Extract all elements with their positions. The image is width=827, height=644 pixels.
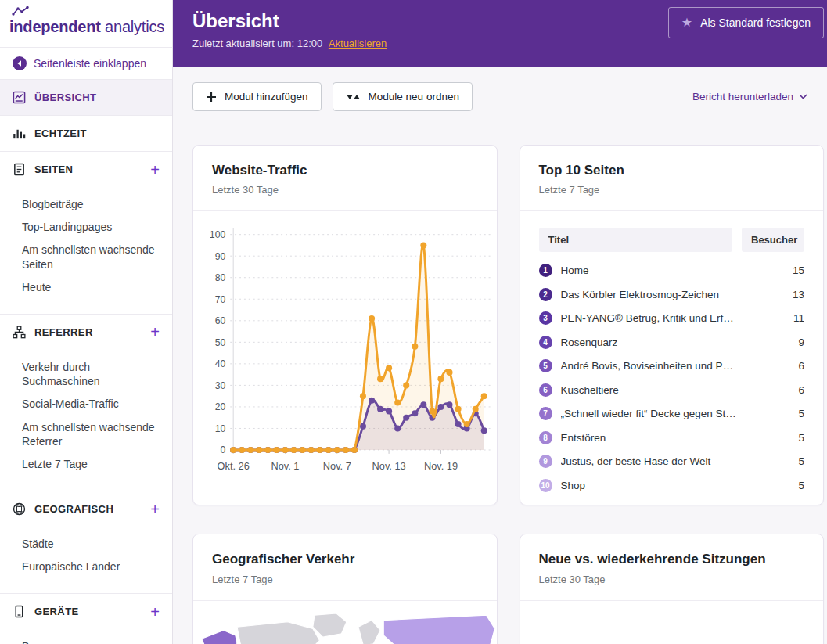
sidebar-subitem[interactable]: Am schnellsten wachsende Seiten [22, 243, 160, 271]
column-header-visitors[interactable]: Besucher [742, 228, 804, 252]
sidebar-item-label: ECHTZEIT [34, 128, 87, 139]
sidebar-item-geografisch[interactable]: GEOGRAFISCH+ [0, 491, 172, 527]
sidebar-item-geraete[interactable]: GERÄTE+ [0, 594, 172, 629]
add-referrer-button[interactable]: + [150, 326, 160, 337]
modules-grid: Website-Traffic Letzte 30 Tage 010203040… [192, 145, 824, 644]
logo-text: independent analytics [9, 18, 164, 36]
module-subtitle: Letzte 7 Tage [212, 574, 478, 585]
module-website-traffic: Website-Traffic Letzte 30 Tage 010203040… [192, 145, 498, 505]
sidebar-item-label: ÜBERSICHT [34, 92, 96, 103]
sidebar-subitem[interactable]: Blogbeiträge [22, 197, 160, 211]
page-title-cell: Entstören [561, 432, 756, 444]
add-geraete-button[interactable]: + [150, 606, 160, 617]
svg-text:Okt. 26: Okt. 26 [218, 460, 250, 472]
world-map-chart [193, 613, 497, 644]
add-geografisch-button[interactable]: + [150, 504, 160, 515]
table-row[interactable]: 1Home15 [539, 258, 805, 282]
sidebar-subitem[interactable]: Verkehr durch Suchmaschinen [22, 360, 160, 388]
rank-badge: 4 [539, 336, 552, 349]
sidebar-item-label: REFERRER [34, 326, 93, 338]
svg-text:Nov. 1: Nov. 1 [271, 460, 299, 472]
sidebar-subitem[interactable]: Letzte 7 Tage [22, 457, 160, 471]
table-row[interactable]: 2Das Körbler Elektrosmog-Zeichen13 [539, 282, 805, 307]
sidebar-item-label: GEOGRAFISCH [34, 503, 113, 515]
sidebar: independent analytics Seitenleiste einkl… [0, 0, 173, 644]
download-report-link[interactable]: Bericht herunterladen [692, 91, 807, 103]
sidebar-item-echtzeit[interactable]: ECHTZEIT [0, 116, 172, 151]
sidebar-item-referrer[interactable]: REFERRER+ [0, 315, 172, 350]
page-title-cell: PEN-YANG® Betrug, Kritik und Erf… [561, 312, 756, 324]
sidebar-subitem[interactable]: Heute [22, 280, 160, 294]
traffic-line-chart: 0102030405060708090100Okt. 26Nov. 1Nov. … [195, 219, 495, 490]
chevron-left-circle-icon [13, 56, 27, 70]
table-row[interactable]: 10Shop5 [539, 473, 805, 498]
column-header-title[interactable]: Titel [539, 228, 733, 252]
visitors-cell: 5 [764, 480, 804, 491]
sidebar-subitems: Verkehr durch SuchmaschinenSocial-Media-… [0, 350, 172, 491]
table-row[interactable]: 9Justus, der beste Hase der Welt5 [539, 449, 805, 473]
add-seiten-button[interactable]: + [150, 164, 160, 175]
sidebar-item-seiten[interactable]: SEITEN+ [0, 152, 172, 187]
sidebar-section-seiten: SEITEN+BlogbeiträgeTop-LandingpagesAm sc… [0, 151, 172, 314]
table-row[interactable]: 6Kuscheltiere6 [539, 378, 805, 402]
sidebar-subitem[interactable]: Browser [22, 639, 160, 644]
sidebar-section-echtzeit: ECHTZEIT [0, 115, 172, 151]
svg-text:10: 10 [215, 423, 226, 434]
visitors-cell: 9 [764, 336, 804, 348]
collapse-sidebar-button[interactable]: Seitenleiste einklappen [0, 47, 172, 79]
visitors-cell: 11 [764, 312, 804, 324]
page-title-cell: Justus, der beste Hase der Welt [561, 455, 756, 467]
sidebar-subitems: BrowserOS [0, 629, 172, 644]
set-default-button[interactable]: ★ Als Standard festlegen [668, 7, 824, 38]
page-title-cell: Rosenquarz [561, 336, 756, 348]
visitors-cell: 6 [764, 384, 804, 396]
visitors-cell: 5 [764, 455, 804, 467]
refresh-link[interactable]: Aktualisieren [329, 38, 387, 49]
table-row[interactable]: 4Rosenquarz9 [539, 330, 805, 354]
table-row[interactable]: 5André Bovis, Boviseinheiten und P…6 [539, 354, 805, 378]
sidebar-section-geografisch: GEOGRAFISCH+StädteEuropäische Länder [0, 491, 172, 593]
svg-text:Nov. 13: Nov. 13 [372, 460, 406, 472]
table-row[interactable]: 8Entstören5 [539, 426, 805, 450]
devices-icon [13, 605, 26, 618]
rank-badge: 1 [539, 264, 552, 277]
rank-badge: 6 [539, 383, 552, 397]
map-region-scandinavia [358, 620, 380, 644]
sidebar-subitem[interactable]: Europäische Länder [22, 559, 160, 574]
star-icon: ★ [681, 16, 692, 29]
sidebar-item-label: GERÄTE [34, 606, 79, 617]
sidebar-subitem[interactable]: Städte [22, 537, 160, 551]
svg-text:20: 20 [215, 402, 226, 413]
sessions-chart-area [520, 601, 824, 644]
sidebar-subitem[interactable]: Am schnellsten wachsende Referrer [22, 420, 160, 448]
main-content: Modul hinzufügen Module neu ordnen Beric… [173, 67, 827, 644]
sidebar-section-uebersicht: ÜBERSICHT [0, 79, 172, 115]
visitors-cell: 13 [764, 289, 804, 300]
map-region-alaska [202, 630, 237, 644]
pages-icon [13, 163, 26, 176]
referrer-icon [13, 326, 26, 339]
module-title: Website-Traffic [212, 162, 478, 178]
module-title: Neue vs. wiederkehrende Sitzungen [539, 551, 774, 567]
toolbar: Modul hinzufügen Module neu ordnen Beric… [173, 67, 827, 111]
sidebar-subitem[interactable]: Top-Landingpages [22, 220, 160, 234]
reorder-modules-button[interactable]: Module neu ordnen [333, 82, 473, 111]
table-row[interactable]: 3PEN-YANG® Betrug, Kritik und Erf…11 [539, 306, 805, 330]
table-row[interactable]: 7„Schnell wieder fit“ Decke gegen St…5 [539, 401, 805, 426]
sidebar-subitem[interactable]: Social-Media-Traffic [22, 397, 160, 411]
page-header: Übersicht Zuletzt aktualisiert um: 12:00… [173, 0, 827, 67]
sidebar-item-uebersicht[interactable]: ÜBERSICHT [0, 80, 172, 115]
sidebar-subitems: StädteEuropäische Länder [0, 527, 172, 593]
sidebar-item-label: SEITEN [34, 164, 73, 175]
geographic-icon [13, 502, 26, 516]
rank-badge: 2 [539, 288, 552, 301]
module-subtitle: Letzte 30 Tage [212, 184, 478, 196]
add-module-button[interactable]: Modul hinzufügen [192, 82, 322, 111]
rank-badge: 10 [539, 479, 552, 492]
module-geographic-traffic: Geografischer Verkehr Letzte 7 Tage [192, 534, 498, 644]
visitors-cell: 15 [764, 264, 804, 276]
svg-text:60: 60 [215, 315, 226, 326]
page-title-cell: Home [561, 264, 756, 276]
overview-icon [13, 91, 26, 104]
page-title-cell: André Bovis, Boviseinheiten und P… [561, 360, 756, 372]
